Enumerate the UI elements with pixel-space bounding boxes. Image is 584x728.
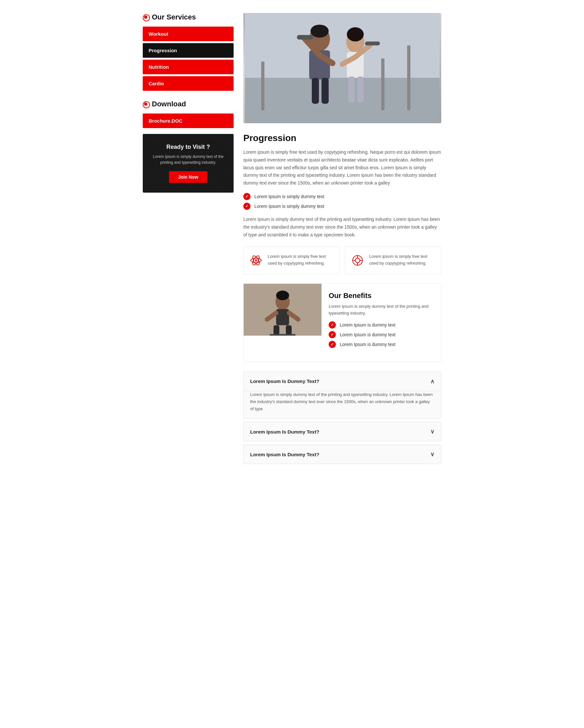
nav-item-nutrition[interactable]: Nutrition (143, 60, 234, 74)
benefits-item-1: ✓ Lorem Ipsum is dummy text (329, 321, 434, 329)
benefits-image (244, 284, 322, 336)
info-card-2: Lorem ipsum is simply free text used by … (345, 246, 441, 274)
accordion-item-3: Lorem Ipsum Is Dummy Text? ∨ (243, 445, 441, 464)
sidebar: Our Services Workout Progression Nutriti… (143, 13, 234, 467)
svg-rect-17 (357, 77, 364, 102)
accordion-question-3: Lorem Ipsum Is Dummy Text? (250, 452, 319, 457)
content-title: Progression (243, 133, 441, 143)
svg-point-18 (347, 27, 364, 42)
chevron-down-icon-2: ∨ (430, 428, 434, 435)
hero-svg (243, 13, 441, 123)
main-content: Progression Lorem ipsum is simply free t… (243, 13, 441, 467)
svg-rect-20 (407, 45, 410, 110)
benefits-check-icon-3: ✓ (329, 341, 336, 348)
download-section: Download Brochure.DOC (143, 100, 234, 128)
accordion-header-3[interactable]: Lorem Ipsum Is Dummy Text? ∨ (244, 445, 441, 464)
accordion: Lorem Ipsum Is Dummy Text? ∧ Lorem Ipsum… (243, 372, 441, 464)
svg-rect-38 (286, 325, 292, 335)
svg-rect-6 (297, 35, 313, 40)
promo-title: Ready to Visit ? (149, 144, 227, 151)
accordion-header-1[interactable]: Lorem Ipsum Is Dummy Text? ∧ (244, 372, 441, 391)
svg-rect-19 (381, 58, 384, 110)
check-item-2-text: Lorem Ipsum is simply dummy text (254, 204, 325, 209)
benefits-check-icon-2: ✓ (329, 331, 336, 338)
promo-text: Lorem Ipsum is simply dummy text of the … (149, 154, 227, 165)
nav-item-cardio[interactable]: Cardio (143, 76, 234, 91)
atom-icon (249, 253, 263, 267)
svg-rect-41 (270, 334, 296, 336)
benefits-content: Our Benefits Lorem Ipsum is simply dummy… (322, 284, 441, 362)
info-card-2-text: Lorem ipsum is simply free text used by … (369, 253, 436, 267)
lifebuoy-icon (350, 253, 365, 267)
page-wrapper: Our Services Workout Progression Nutriti… (136, 0, 448, 480)
check-item-1: ✓ Lorem Ipsum is simply dummy text (243, 193, 441, 200)
promo-join-btn[interactable]: Join Now (169, 171, 207, 183)
chevron-down-icon-3: ∨ (430, 451, 434, 458)
svg-rect-9 (322, 78, 329, 104)
download-dot-icon (143, 101, 149, 107)
download-section-title: Download (143, 100, 234, 108)
check-icon-1: ✓ (243, 193, 251, 200)
benefits-title: Our Benefits (329, 291, 434, 300)
info-card-1: Lorem ipsum is simply free text used by … (243, 246, 340, 274)
svg-rect-16 (348, 77, 355, 102)
check-icon-2: ✓ (243, 203, 251, 210)
accordion-question-2: Lorem Ipsum Is Dummy Text? (250, 429, 319, 435)
promo-card: Ready to Visit ? Lorem Ipsum is simply d… (143, 134, 234, 192)
promo-card-content: Ready to Visit ? Lorem Ipsum is simply d… (149, 144, 227, 183)
benefits-row: Our Benefits Lorem Ipsum is simply dummy… (243, 283, 441, 362)
check-item-1-text: Lorem Ipsum is simply dummy text (254, 194, 325, 199)
download-brochure-btn[interactable]: Brochure.DOC (143, 113, 234, 128)
services-dot-icon (143, 14, 149, 20)
services-nav-list: Workout Progression Nutrition Cardio (143, 27, 234, 91)
hero-image (243, 13, 441, 123)
benefits-svg (244, 284, 322, 336)
check-item-2: ✓ Lorem Ipsum is simply dummy text (243, 203, 441, 210)
services-title-text: Our Services (152, 13, 196, 21)
accordion-body-1: Lorem Ipsum is simply dummy text of the … (244, 391, 441, 418)
nav-item-workout[interactable]: Workout (143, 27, 234, 41)
intro-para: Lorem ipsum is simply free text used by … (243, 149, 441, 187)
svg-point-10 (310, 25, 329, 37)
benefits-item-3: ✓ Lorem Ipsum is dummy text (329, 341, 434, 348)
nav-item-progression[interactable]: Progression (143, 43, 234, 58)
svg-rect-21 (261, 61, 264, 110)
services-section-title: Our Services (143, 13, 234, 21)
benefits-item-1-text: Lorem Ipsum is dummy text (340, 322, 396, 328)
info-cards-row: Lorem ipsum is simply free text used by … (243, 246, 441, 274)
accordion-item-1: Lorem Ipsum Is Dummy Text? ∧ Lorem Ipsum… (243, 372, 441, 419)
benefits-check-icon-1: ✓ (329, 321, 336, 329)
benefits-check-list: ✓ Lorem Ipsum is dummy text ✓ Lorem Ipsu… (329, 321, 434, 348)
benefits-item-2-text: Lorem Ipsum is dummy text (340, 332, 396, 337)
benefits-item-2: ✓ Lorem Ipsum is dummy text (329, 331, 434, 338)
svg-rect-8 (312, 78, 319, 104)
svg-rect-36 (276, 309, 289, 325)
svg-point-27 (355, 258, 360, 263)
benefits-desc: Lorem Ipsum is simply dummy text of the … (329, 303, 434, 317)
svg-point-42 (276, 290, 289, 300)
svg-point-25 (255, 259, 257, 261)
mid-para: Lorem Ipsum is simply dummy text of the … (243, 216, 441, 239)
accordion-item-2: Lorem Ipsum Is Dummy Text? ∨ (243, 422, 441, 441)
svg-rect-37 (274, 325, 279, 335)
svg-rect-14 (365, 42, 380, 45)
accordion-header-2[interactable]: Lorem Ipsum Is Dummy Text? ∨ (244, 422, 441, 441)
benefits-item-3-text: Lorem Ipsum is dummy text (340, 342, 396, 347)
info-card-1-text: Lorem ipsum is simply free text used by … (268, 253, 334, 267)
download-title-text: Download (152, 100, 186, 108)
chevron-up-icon-1: ∧ (430, 378, 434, 385)
check-list: ✓ Lorem Ipsum is simply dummy text ✓ Lor… (243, 193, 441, 210)
accordion-question-1: Lorem Ipsum Is Dummy Text? (250, 379, 319, 384)
